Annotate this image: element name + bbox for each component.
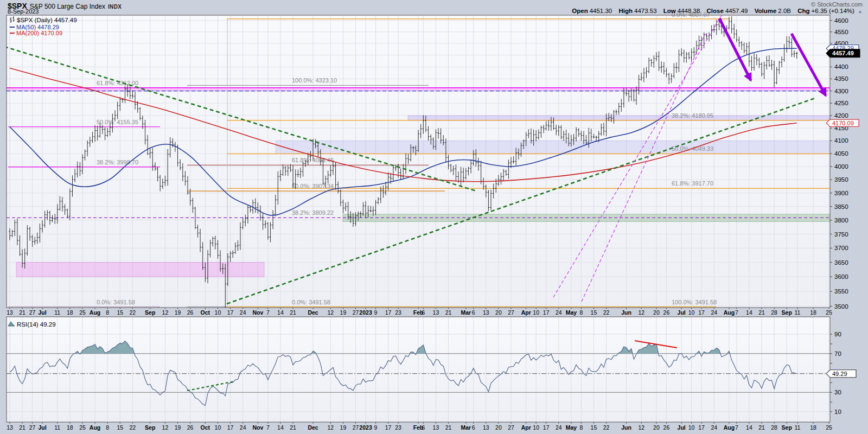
svg-text:7: 7 — [735, 309, 738, 316]
stockcharts-chart: $SPXS&P 500 Large Cap IndexINDX © StockC… — [0, 0, 868, 434]
exchange-label: INDX — [108, 4, 122, 10]
svg-text:4457.49: 4457.49 — [832, 50, 854, 56]
svg-text:17: 17 — [227, 424, 234, 431]
svg-text:3900: 3900 — [834, 190, 848, 196]
svg-text:27: 27 — [353, 309, 359, 316]
svg-text:8: 8 — [579, 309, 583, 316]
svg-text:10: 10 — [834, 409, 841, 415]
svg-text:Aug: Aug — [724, 424, 735, 431]
close-label: Close — [707, 8, 724, 14]
svg-text:May: May — [566, 309, 577, 316]
svg-text:10: 10 — [533, 424, 539, 431]
svg-text:21: 21 — [290, 309, 296, 316]
chart-date: 8-Sep-2023 — [8, 8, 39, 15]
svg-text:21: 21 — [290, 424, 296, 431]
low-label: Low — [663, 8, 676, 14]
svg-text:10: 10 — [533, 309, 539, 316]
svg-text:12: 12 — [328, 309, 334, 316]
svg-text:27: 27 — [508, 309, 514, 316]
svg-text:11: 11 — [795, 309, 801, 316]
svg-text:10: 10 — [215, 424, 221, 431]
svg-text:23: 23 — [395, 424, 401, 431]
svg-text:3550: 3550 — [834, 288, 848, 295]
volume-label: Volume — [755, 8, 777, 14]
svg-text:61.8%: 3917.70: 61.8%: 3917.70 — [672, 180, 713, 187]
svg-text:13: 13 — [7, 424, 13, 431]
svg-text:Sep: Sep — [782, 309, 792, 316]
svg-text:6: 6 — [472, 424, 475, 431]
svg-text:Jul: Jul — [38, 424, 46, 431]
svg-text:38.2%: 3809.22: 38.2%: 3809.22 — [292, 209, 334, 216]
svg-text:28: 28 — [771, 424, 777, 431]
svg-text:6: 6 — [422, 424, 425, 431]
svg-text:21: 21 — [445, 424, 452, 431]
svg-text:24: 24 — [556, 309, 562, 316]
svg-text:22: 22 — [603, 424, 610, 431]
svg-text:3750: 3750 — [834, 231, 848, 238]
svg-text:24: 24 — [711, 309, 717, 316]
svg-text:4200: 4200 — [834, 112, 848, 119]
svg-text:100.0%: 3491.58: 100.0%: 3491.58 — [672, 299, 717, 305]
up-arrow-icon: ▲ — [858, 9, 863, 14]
svg-text:38.2%: 4180.95: 38.2%: 4180.95 — [672, 112, 713, 119]
svg-text:2023: 2023 — [359, 424, 372, 431]
svg-text:11: 11 — [795, 424, 801, 431]
svg-text:17: 17 — [385, 424, 392, 431]
svg-text:4400: 4400 — [834, 63, 848, 70]
svg-text:24: 24 — [240, 424, 246, 431]
svg-text:0.0%: 3491.58: 0.0%: 3491.58 — [97, 299, 135, 305]
svg-text:25: 25 — [79, 424, 86, 431]
svg-text:27: 27 — [29, 309, 36, 316]
svg-text:17: 17 — [385, 309, 392, 316]
svg-text:6: 6 — [472, 309, 475, 316]
svg-text:25: 25 — [826, 424, 832, 431]
svg-text:22: 22 — [130, 309, 136, 316]
svg-text:50.0%: 3907.34: 50.0%: 3907.34 — [292, 183, 334, 189]
svg-text:3700: 3700 — [834, 245, 848, 251]
svg-text:21: 21 — [19, 309, 25, 316]
svg-text:8: 8 — [579, 424, 583, 431]
svg-text:4350: 4350 — [834, 75, 848, 82]
svg-text:15: 15 — [117, 424, 123, 431]
svg-text:13: 13 — [433, 309, 439, 316]
svg-text:3800: 3800 — [834, 217, 848, 224]
svg-text:Nov: Nov — [252, 309, 263, 316]
svg-text:14: 14 — [277, 424, 284, 431]
svg-text:Sep: Sep — [782, 424, 792, 431]
svg-text:49.29: 49.29 — [832, 371, 847, 377]
svg-text:10: 10 — [215, 309, 221, 316]
svg-text:17: 17 — [698, 309, 705, 316]
svg-text:17: 17 — [543, 424, 550, 431]
svg-text:6: 6 — [422, 309, 425, 316]
svg-text:21: 21 — [758, 309, 765, 316]
svg-text:May: May — [566, 424, 577, 431]
svg-text:12: 12 — [638, 424, 644, 431]
svg-text:27: 27 — [508, 424, 514, 431]
svg-text:17: 17 — [543, 309, 550, 316]
svg-text:Apr: Apr — [521, 424, 531, 431]
svg-text:Sep: Sep — [145, 309, 155, 316]
svg-text:7: 7 — [266, 424, 270, 431]
svg-text:4170.09: 4170.09 — [832, 120, 854, 126]
open-value: 4451.30 — [590, 8, 612, 14]
svg-text:18: 18 — [810, 309, 816, 316]
svg-text:15: 15 — [117, 309, 123, 316]
close-value: 4457.49 — [725, 8, 748, 14]
svg-text:RSI(14) 49.29: RSI(14) 49.29 — [17, 321, 56, 328]
svg-text:27: 27 — [29, 424, 36, 431]
svg-text:26: 26 — [187, 309, 194, 316]
svg-text:Jul: Jul — [38, 309, 46, 316]
svg-text:26: 26 — [663, 309, 670, 316]
svg-text:4300: 4300 — [834, 88, 848, 94]
chart-canvas: 61.8%: 4312.0050.0%: 4155.3538.2%: 3998.… — [0, 0, 868, 434]
svg-text:61.8%: 4005.46: 61.8%: 4005.46 — [292, 157, 334, 163]
open-label: Open — [572, 8, 588, 14]
svg-text:17: 17 — [227, 309, 234, 316]
svg-text:18: 18 — [810, 424, 816, 431]
svg-text:21: 21 — [19, 424, 25, 431]
svg-text:100.0%: 4323.10: 100.0%: 4323.10 — [292, 77, 337, 84]
chg-label: Chg — [797, 8, 809, 14]
high-label: High — [618, 8, 633, 14]
svg-text:Jun: Jun — [621, 424, 631, 431]
copyright-label: © StockCharts.com — [811, 1, 863, 8]
